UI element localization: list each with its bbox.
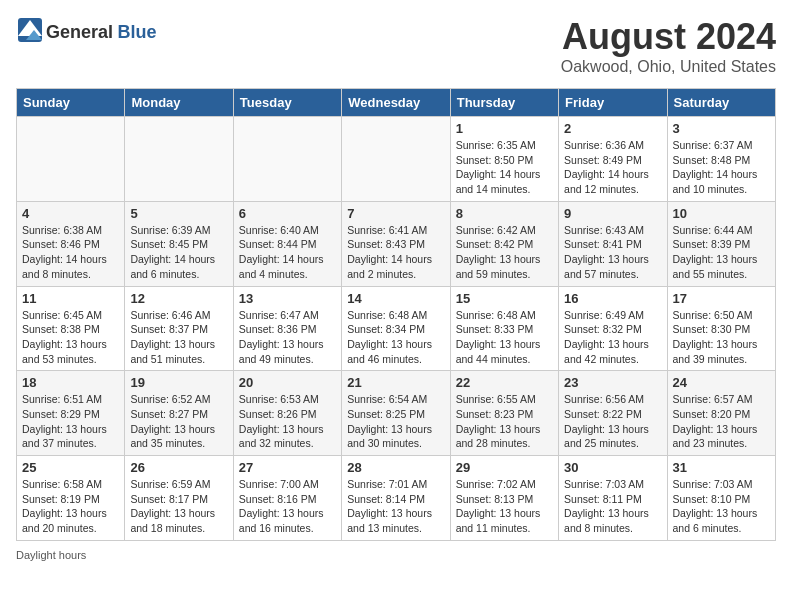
- calendar-cell: 22Sunrise: 6:55 AM Sunset: 8:23 PM Dayli…: [450, 371, 558, 456]
- day-number: 20: [239, 375, 336, 390]
- calendar-week-5: 25Sunrise: 6:58 AM Sunset: 8:19 PM Dayli…: [17, 456, 776, 541]
- calendar-cell: 11Sunrise: 6:45 AM Sunset: 8:38 PM Dayli…: [17, 286, 125, 371]
- calendar-cell: 23Sunrise: 6:56 AM Sunset: 8:22 PM Dayli…: [559, 371, 667, 456]
- calendar-cell: [125, 117, 233, 202]
- weekday-header-saturday: Saturday: [667, 89, 775, 117]
- calendar-cell: 21Sunrise: 6:54 AM Sunset: 8:25 PM Dayli…: [342, 371, 450, 456]
- day-info: Sunrise: 6:46 AM Sunset: 8:37 PM Dayligh…: [130, 308, 227, 367]
- day-info: Sunrise: 6:50 AM Sunset: 8:30 PM Dayligh…: [673, 308, 770, 367]
- calendar-cell: 9Sunrise: 6:43 AM Sunset: 8:41 PM Daylig…: [559, 201, 667, 286]
- calendar-week-3: 11Sunrise: 6:45 AM Sunset: 8:38 PM Dayli…: [17, 286, 776, 371]
- day-info: Sunrise: 6:58 AM Sunset: 8:19 PM Dayligh…: [22, 477, 119, 536]
- day-info: Sunrise: 6:40 AM Sunset: 8:44 PM Dayligh…: [239, 223, 336, 282]
- day-info: Sunrise: 6:54 AM Sunset: 8:25 PM Dayligh…: [347, 392, 444, 451]
- day-number: 9: [564, 206, 661, 221]
- day-info: Sunrise: 7:02 AM Sunset: 8:13 PM Dayligh…: [456, 477, 553, 536]
- calendar-cell: [233, 117, 341, 202]
- weekday-header-monday: Monday: [125, 89, 233, 117]
- day-number: 23: [564, 375, 661, 390]
- calendar-cell: 29Sunrise: 7:02 AM Sunset: 8:13 PM Dayli…: [450, 456, 558, 541]
- calendar-cell: 6Sunrise: 6:40 AM Sunset: 8:44 PM Daylig…: [233, 201, 341, 286]
- calendar-cell: 13Sunrise: 6:47 AM Sunset: 8:36 PM Dayli…: [233, 286, 341, 371]
- day-info: Sunrise: 6:47 AM Sunset: 8:36 PM Dayligh…: [239, 308, 336, 367]
- day-number: 17: [673, 291, 770, 306]
- weekday-header-friday: Friday: [559, 89, 667, 117]
- day-info: Sunrise: 6:43 AM Sunset: 8:41 PM Dayligh…: [564, 223, 661, 282]
- calendar-cell: 2Sunrise: 6:36 AM Sunset: 8:49 PM Daylig…: [559, 117, 667, 202]
- calendar-cell: 30Sunrise: 7:03 AM Sunset: 8:11 PM Dayli…: [559, 456, 667, 541]
- day-info: Sunrise: 6:52 AM Sunset: 8:27 PM Dayligh…: [130, 392, 227, 451]
- day-info: Sunrise: 6:53 AM Sunset: 8:26 PM Dayligh…: [239, 392, 336, 451]
- day-number: 28: [347, 460, 444, 475]
- day-number: 6: [239, 206, 336, 221]
- calendar-cell: 31Sunrise: 7:03 AM Sunset: 8:10 PM Dayli…: [667, 456, 775, 541]
- day-number: 11: [22, 291, 119, 306]
- day-number: 13: [239, 291, 336, 306]
- calendar-cell: 19Sunrise: 6:52 AM Sunset: 8:27 PM Dayli…: [125, 371, 233, 456]
- calendar-cell: 14Sunrise: 6:48 AM Sunset: 8:34 PM Dayli…: [342, 286, 450, 371]
- day-info: Sunrise: 6:48 AM Sunset: 8:34 PM Dayligh…: [347, 308, 444, 367]
- calendar-cell: 18Sunrise: 6:51 AM Sunset: 8:29 PM Dayli…: [17, 371, 125, 456]
- logo-icon: [16, 16, 44, 48]
- day-number: 26: [130, 460, 227, 475]
- calendar-cell: 7Sunrise: 6:41 AM Sunset: 8:43 PM Daylig…: [342, 201, 450, 286]
- day-info: Sunrise: 6:48 AM Sunset: 8:33 PM Dayligh…: [456, 308, 553, 367]
- day-number: 15: [456, 291, 553, 306]
- day-info: Sunrise: 6:59 AM Sunset: 8:17 PM Dayligh…: [130, 477, 227, 536]
- day-info: Sunrise: 6:57 AM Sunset: 8:20 PM Dayligh…: [673, 392, 770, 451]
- title-block: August 2024 Oakwood, Ohio, United States: [561, 16, 776, 76]
- month-title: August 2024: [561, 16, 776, 58]
- calendar-cell: 24Sunrise: 6:57 AM Sunset: 8:20 PM Dayli…: [667, 371, 775, 456]
- day-info: Sunrise: 6:51 AM Sunset: 8:29 PM Dayligh…: [22, 392, 119, 451]
- footer-text: Daylight hours: [16, 549, 86, 561]
- day-number: 10: [673, 206, 770, 221]
- calendar-cell: 8Sunrise: 6:42 AM Sunset: 8:42 PM Daylig…: [450, 201, 558, 286]
- logo-general: General: [46, 22, 113, 42]
- calendar-cell: 26Sunrise: 6:59 AM Sunset: 8:17 PM Dayli…: [125, 456, 233, 541]
- day-number: 5: [130, 206, 227, 221]
- day-number: 16: [564, 291, 661, 306]
- location: Oakwood, Ohio, United States: [561, 58, 776, 76]
- calendar-cell: 20Sunrise: 6:53 AM Sunset: 8:26 PM Dayli…: [233, 371, 341, 456]
- day-number: 2: [564, 121, 661, 136]
- calendar-cell: 5Sunrise: 6:39 AM Sunset: 8:45 PM Daylig…: [125, 201, 233, 286]
- day-info: Sunrise: 6:55 AM Sunset: 8:23 PM Dayligh…: [456, 392, 553, 451]
- day-number: 1: [456, 121, 553, 136]
- calendar-cell: [342, 117, 450, 202]
- day-info: Sunrise: 6:44 AM Sunset: 8:39 PM Dayligh…: [673, 223, 770, 282]
- day-info: Sunrise: 6:42 AM Sunset: 8:42 PM Dayligh…: [456, 223, 553, 282]
- day-number: 30: [564, 460, 661, 475]
- weekday-header-thursday: Thursday: [450, 89, 558, 117]
- calendar-cell: 28Sunrise: 7:01 AM Sunset: 8:14 PM Dayli…: [342, 456, 450, 541]
- weekday-header-tuesday: Tuesday: [233, 89, 341, 117]
- day-info: Sunrise: 6:36 AM Sunset: 8:49 PM Dayligh…: [564, 138, 661, 197]
- calendar-cell: 17Sunrise: 6:50 AM Sunset: 8:30 PM Dayli…: [667, 286, 775, 371]
- day-number: 31: [673, 460, 770, 475]
- calendar-cell: 16Sunrise: 6:49 AM Sunset: 8:32 PM Dayli…: [559, 286, 667, 371]
- calendar-table: SundayMondayTuesdayWednesdayThursdayFrid…: [16, 88, 776, 541]
- footer-note: Daylight hours: [16, 549, 776, 561]
- day-info: Sunrise: 6:37 AM Sunset: 8:48 PM Dayligh…: [673, 138, 770, 197]
- day-number: 7: [347, 206, 444, 221]
- page-header: General Blue August 2024 Oakwood, Ohio, …: [16, 16, 776, 76]
- day-number: 25: [22, 460, 119, 475]
- calendar-week-2: 4Sunrise: 6:38 AM Sunset: 8:46 PM Daylig…: [17, 201, 776, 286]
- day-info: Sunrise: 6:39 AM Sunset: 8:45 PM Dayligh…: [130, 223, 227, 282]
- day-number: 24: [673, 375, 770, 390]
- day-info: Sunrise: 7:01 AM Sunset: 8:14 PM Dayligh…: [347, 477, 444, 536]
- calendar-header-row: SundayMondayTuesdayWednesdayThursdayFrid…: [17, 89, 776, 117]
- day-number: 18: [22, 375, 119, 390]
- weekday-header-wednesday: Wednesday: [342, 89, 450, 117]
- calendar-cell: 3Sunrise: 6:37 AM Sunset: 8:48 PM Daylig…: [667, 117, 775, 202]
- day-number: 4: [22, 206, 119, 221]
- day-number: 19: [130, 375, 227, 390]
- calendar-cell: 12Sunrise: 6:46 AM Sunset: 8:37 PM Dayli…: [125, 286, 233, 371]
- day-number: 8: [456, 206, 553, 221]
- day-number: 14: [347, 291, 444, 306]
- calendar-cell: 25Sunrise: 6:58 AM Sunset: 8:19 PM Dayli…: [17, 456, 125, 541]
- day-number: 29: [456, 460, 553, 475]
- weekday-header-sunday: Sunday: [17, 89, 125, 117]
- day-info: Sunrise: 7:03 AM Sunset: 8:10 PM Dayligh…: [673, 477, 770, 536]
- day-info: Sunrise: 6:41 AM Sunset: 8:43 PM Dayligh…: [347, 223, 444, 282]
- day-number: 12: [130, 291, 227, 306]
